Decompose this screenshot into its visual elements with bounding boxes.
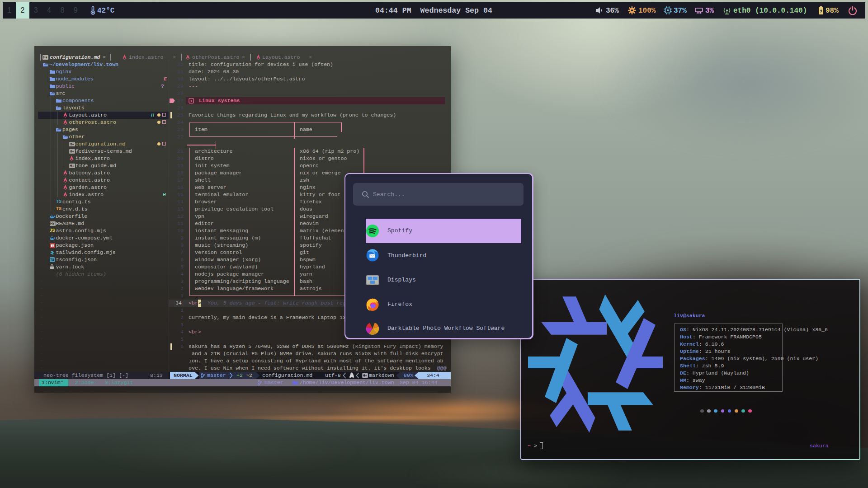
svg-text:1: 1 <box>190 99 193 103</box>
svg-text:TS: TS <box>50 258 54 261</box>
